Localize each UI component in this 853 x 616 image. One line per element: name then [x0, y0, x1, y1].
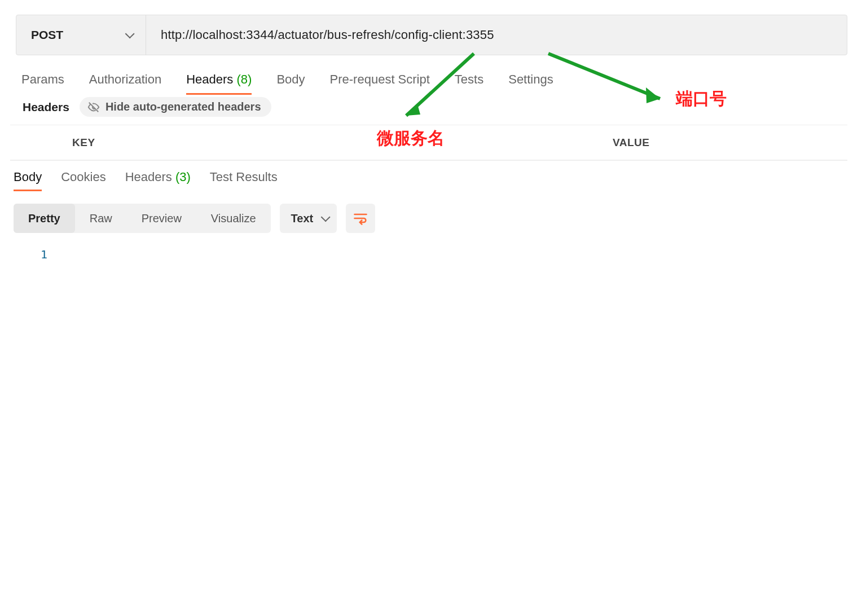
eye-off-icon — [87, 101, 100, 113]
view-raw[interactable]: Raw — [75, 204, 127, 233]
response-editor[interactable]: 1 — [10, 237, 853, 261]
headers-section-label: Headers — [23, 100, 69, 114]
line-number: 1 — [41, 248, 47, 261]
hide-autogenerated-toggle[interactable]: Hide auto-generated headers — [80, 97, 271, 117]
view-pretty[interactable]: Pretty — [14, 204, 75, 233]
tab-params[interactable]: Params — [21, 72, 64, 93]
url-value: http://localhost:3344/actuator/bus-refre… — [161, 28, 494, 42]
resp-tab-testresults[interactable]: Test Results — [210, 170, 278, 190]
tab-headers-count: (8) — [237, 72, 252, 86]
annotation-microservice: 微服务名 — [377, 127, 445, 150]
view-mode-segment: Pretty Raw Preview Visualize — [14, 204, 271, 233]
response-tabs: Body Cookies Headers (3) Test Results — [10, 161, 853, 195]
tab-headers[interactable]: Headers (8) — [186, 72, 252, 93]
tab-prerequest[interactable]: Pre-request Script — [330, 72, 430, 93]
tab-headers-label: Headers — [186, 72, 233, 86]
resp-tab-headers[interactable]: Headers (3) — [125, 170, 191, 190]
resp-tab-cookies[interactable]: Cookies — [61, 170, 105, 190]
view-visualize[interactable]: Visualize — [196, 204, 271, 233]
http-method-select[interactable]: POST — [16, 15, 146, 55]
resp-tab-body[interactable]: Body — [14, 170, 42, 190]
request-url-bar: POST http://localhost:3344/actuator/bus-… — [16, 15, 847, 55]
wrap-lines-button[interactable] — [346, 204, 375, 233]
format-select[interactable]: Text — [280, 204, 337, 233]
response-toolbar: Pretty Raw Preview Visualize Text — [10, 195, 853, 237]
tab-settings[interactable]: Settings — [508, 72, 553, 93]
chevron-down-icon — [125, 29, 135, 38]
resp-tab-headers-label: Headers — [125, 170, 172, 184]
view-preview[interactable]: Preview — [127, 204, 196, 233]
col-value: VALUE — [605, 126, 847, 159]
url-input[interactable]: http://localhost:3344/actuator/bus-refre… — [146, 15, 847, 55]
col-key: KEY — [64, 126, 605, 159]
hide-autogenerated-label: Hide auto-generated headers — [105, 100, 261, 113]
wrap-icon — [353, 210, 368, 226]
http-method-value: POST — [31, 28, 63, 42]
resp-tab-headers-count: (3) — [175, 170, 191, 184]
chevron-down-icon — [321, 212, 331, 222]
tab-authorization[interactable]: Authorization — [89, 72, 161, 93]
annotation-port: 端口号 — [676, 87, 727, 111]
format-value: Text — [291, 212, 314, 225]
tab-body[interactable]: Body — [276, 72, 305, 93]
tab-tests[interactable]: Tests — [455, 72, 483, 93]
